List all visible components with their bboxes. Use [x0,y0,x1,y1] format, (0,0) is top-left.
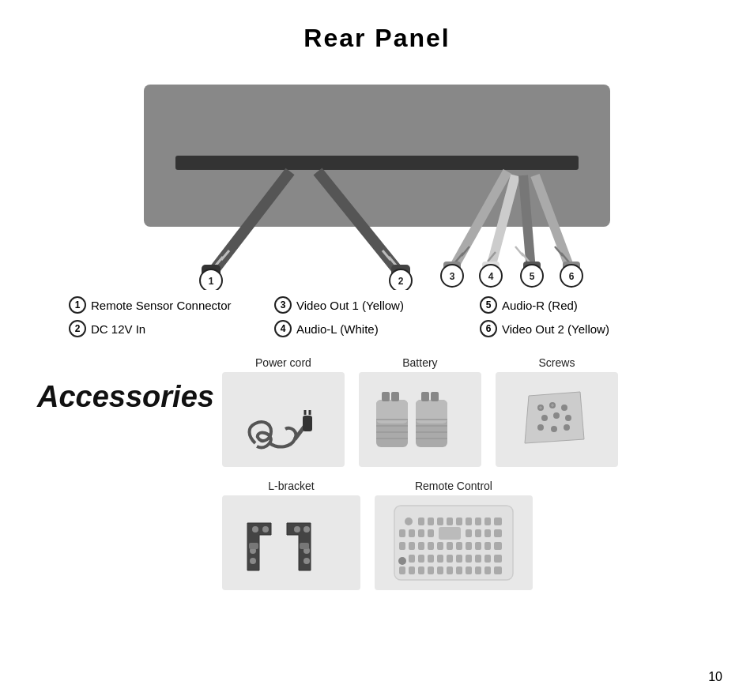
accessory-l-bracket: L-bracket [222,480,360,590]
accessory-label-l-bracket: L-bracket [268,480,314,492]
connector-label-4: 4 Audio-L (White) [274,320,480,337]
svg-point-58 [561,405,567,411]
svg-text:2: 2 [398,276,404,287]
svg-rect-132 [484,566,491,574]
svg-rect-104 [428,542,434,550]
remote-control-icon [379,499,529,586]
svg-text:1: 1 [209,276,214,287]
svg-point-59 [541,415,548,421]
svg-rect-80 [300,543,309,549]
svg-rect-98 [475,529,481,537]
connector-labels: 1 Remote Sensor Connector 2 DC 12V In 3 … [53,296,701,337]
svg-rect-115 [428,555,434,563]
svg-line-25 [515,247,523,256]
connector-text-4: Audio-L (White) [296,322,379,336]
svg-point-63 [551,426,557,432]
svg-point-82 [405,517,413,525]
svg-rect-92 [399,529,405,537]
svg-rect-110 [484,542,491,550]
accessory-screws: Screws [496,356,618,467]
accessory-img-screws [496,372,618,467]
svg-rect-84 [428,517,434,525]
connector-label-2: 2 DC 12V In [69,320,274,337]
svg-rect-124 [409,566,415,574]
accessory-img-remote-control [375,495,533,590]
svg-rect-113 [409,555,415,563]
accessory-battery: Battery [359,356,481,467]
svg-rect-125 [418,566,424,574]
svg-rect-108 [466,542,472,550]
labels-col-2: 3 Video Out 1 (Yellow) 4 Audio-L (White) [274,296,480,337]
svg-rect-89 [475,517,481,525]
connector-text-3: Video Out 1 (Yellow) [296,299,404,312]
svg-rect-128 [447,566,453,574]
accessory-img-l-bracket [222,495,360,590]
svg-text:6: 6 [569,271,575,282]
svg-rect-126 [428,566,434,574]
l-bracket-icon [228,499,354,586]
page-title: Rear Panel [0,0,754,53]
svg-rect-85 [437,517,443,525]
svg-rect-95 [428,529,434,537]
svg-rect-86 [447,517,453,525]
svg-rect-88 [466,517,472,525]
svg-rect-36 [303,416,312,431]
connector-text-1: Remote Sensor Connector [91,299,232,312]
svg-line-29 [535,175,571,270]
accessory-label-screws: Screws [538,356,575,369]
svg-rect-101 [399,542,405,550]
connector-text-2: DC 12V In [91,322,145,336]
connector-label-5: 5 Audio-R (Red) [480,296,685,314]
svg-point-76 [294,526,300,533]
svg-point-61 [565,415,571,421]
svg-point-64 [564,424,570,431]
svg-rect-42 [391,392,399,401]
svg-rect-50 [431,392,439,401]
connector-num-3: 3 [274,296,292,314]
connector-label-3: 3 Video Out 1 (Yellow) [274,296,480,314]
connector-num-2: 2 [69,320,86,337]
svg-rect-100 [494,529,502,537]
accessory-remote-control: Remote Control [375,480,533,590]
svg-point-71 [262,526,269,533]
accessory-img-power-cord [222,372,345,467]
svg-rect-117 [447,555,453,563]
svg-rect-90 [484,517,491,525]
battery-icon [364,380,475,459]
accessory-img-battery [359,372,481,467]
svg-rect-109 [475,542,481,550]
svg-point-73 [250,558,256,564]
svg-rect-118 [456,555,462,563]
svg-rect-114 [418,555,424,563]
svg-rect-93 [409,529,415,537]
cables-svg: 1 2 3 4 5 6 [120,69,634,290]
svg-rect-121 [484,555,491,563]
connector-label-6: 6 Video Out 2 (Yellow) [480,320,685,337]
svg-point-70 [252,526,258,533]
svg-rect-127 [437,566,443,574]
svg-rect-102 [409,542,415,550]
svg-rect-41 [382,392,390,401]
svg-rect-111 [494,542,502,550]
svg-rect-123 [399,566,405,574]
svg-rect-83 [418,517,424,525]
labels-col-3: 5 Audio-R (Red) 6 Video Out 2 (Yellow) [480,296,685,337]
svg-text:3: 3 [450,271,455,282]
svg-point-77 [303,526,310,533]
connector-num-5: 5 [480,296,497,314]
svg-rect-96 [439,527,461,540]
connector-num-4: 4 [274,320,292,337]
svg-rect-105 [437,542,443,550]
svg-point-112 [398,557,406,565]
svg-point-62 [537,424,544,431]
svg-rect-107 [456,542,462,550]
svg-rect-87 [456,517,462,525]
svg-text:5: 5 [530,271,535,282]
svg-rect-116 [437,555,443,563]
svg-rect-94 [418,529,424,537]
svg-rect-74 [249,543,258,549]
svg-rect-133 [494,566,502,574]
svg-rect-131 [475,566,481,574]
connector-num-1: 1 [69,296,86,314]
svg-rect-106 [447,542,453,550]
